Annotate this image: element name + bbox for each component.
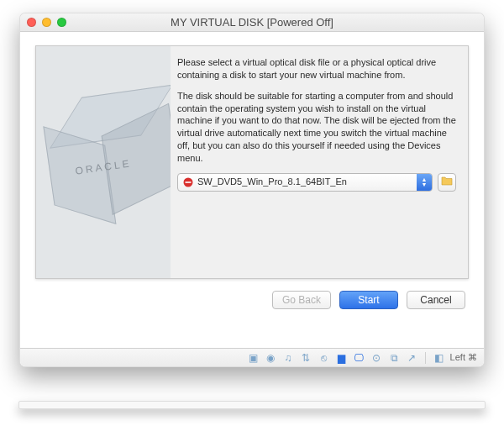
dialog-illustration: ORACLE	[36, 46, 171, 278]
dialog-button-row: Go Back Start Cancel	[20, 291, 465, 309]
video-capture-icon[interactable]: ⊙	[370, 351, 383, 364]
vm-window: MY VIRTUAL DISK [Powered Off] ORACLE Ple…	[19, 13, 485, 367]
go-back-button: Go Back	[272, 291, 331, 309]
dock-shelf	[18, 401, 486, 409]
browse-disk-button[interactable]	[438, 173, 456, 192]
host-key-label: Left ⌘	[450, 352, 477, 363]
chevron-updown-icon: ▲▼	[417, 174, 432, 191]
usb-icon[interactable]: ⎋	[318, 351, 330, 364]
network-icon[interactable]: ⇅	[300, 351, 312, 364]
window-title: MY VIRTUAL DISK [Powered Off]	[20, 16, 484, 29]
error-icon	[181, 177, 195, 187]
startup-disk-combo[interactable]: SW_DVD5_Win_Pro_8.1_64BIT_En ▲▼	[177, 173, 433, 192]
close-icon[interactable]	[27, 18, 36, 27]
features-icon[interactable]: ⧉	[388, 351, 401, 364]
audio-icon[interactable]: ♫	[282, 351, 295, 364]
vm-statusbar: ▣ ◉ ♫ ⇅ ⎋ ▆ 🖵 ⊙ ⧉ ↗ ◧ Left ⌘	[20, 348, 484, 366]
display-icon[interactable]: 🖵	[353, 351, 365, 364]
startup-disk-dialog: ORACLE Please select a virtual optical d…	[35, 45, 469, 279]
minimize-icon[interactable]	[42, 18, 51, 27]
start-button[interactable]: Start	[339, 291, 398, 309]
svg-rect-1	[186, 181, 192, 183]
dialog-text-pane: Please select a virtual optical disk fil…	[171, 46, 468, 278]
folder-icon	[441, 175, 453, 190]
keyboard-captured-icon[interactable]: ◧	[433, 351, 445, 364]
titlebar: MY VIRTUAL DISK [Powered Off]	[20, 13, 484, 32]
window-content: ORACLE Please select a virtual optical d…	[20, 32, 484, 366]
dialog-paragraph-1: Please select a virtual optical disk fil…	[177, 56, 456, 82]
hard-disk-icon[interactable]: ▣	[247, 351, 260, 364]
startup-disk-name: SW_DVD5_Win_Pro_8.1_64BIT_En	[195, 176, 417, 188]
optical-disk-icon[interactable]: ◉	[265, 351, 277, 364]
zoom-icon[interactable]	[57, 18, 66, 27]
shared-folders-icon[interactable]: ▆	[335, 351, 348, 364]
cancel-button[interactable]: Cancel	[407, 291, 465, 309]
dialog-paragraph-2: The disk should be suitable for starting…	[177, 90, 456, 165]
mouse-integration-icon[interactable]: ↗	[406, 351, 418, 364]
